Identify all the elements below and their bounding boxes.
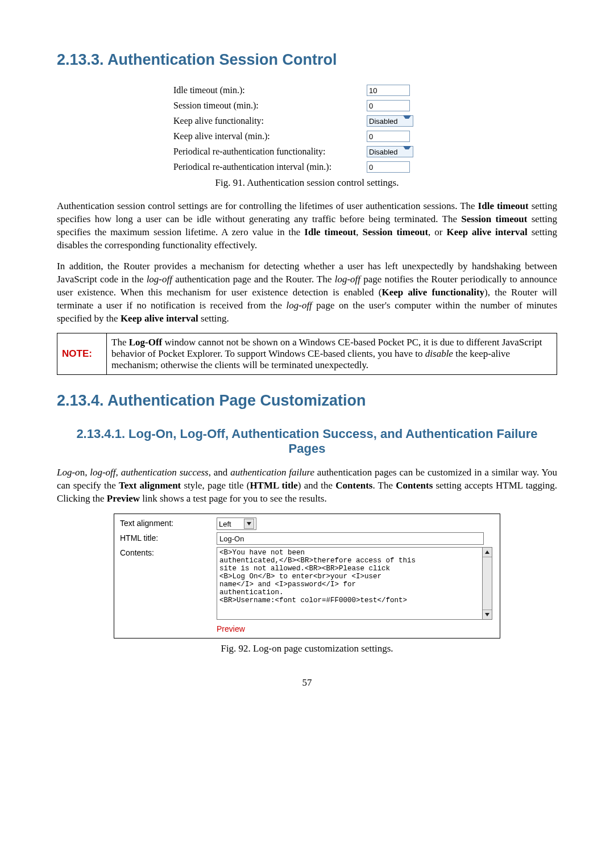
session-timeout-label: Session timeout (min.): xyxy=(173,101,367,111)
fig91-settings-panel: Idle timeout (min.): Session timeout (mi… xyxy=(173,85,441,173)
paragraph-1: Authentication session control settings … xyxy=(57,200,557,252)
reauth-func-value: Disabled xyxy=(369,148,398,156)
idle-timeout-label: Idle timeout (min.): xyxy=(173,85,367,95)
reauth-func-label: Periodical re-authentication functionali… xyxy=(173,147,367,157)
keep-alive-func-label: Keep alive functionality: xyxy=(173,116,367,126)
paragraph-3: Log-on, log-off, authentication success,… xyxy=(57,466,557,506)
idle-timeout-input[interactable] xyxy=(367,85,410,96)
preview-link[interactable]: Preview xyxy=(217,624,245,633)
page-number: 57 xyxy=(57,677,557,688)
reauth-interval-input[interactable] xyxy=(367,161,410,173)
scrollbar[interactable] xyxy=(482,547,492,620)
reauth-func-select[interactable]: Disabled xyxy=(367,146,413,157)
html-title-label: HTML title: xyxy=(120,532,217,542)
keep-alive-func-value: Disabled xyxy=(369,117,398,126)
note-label: NOTE: xyxy=(57,333,107,375)
fig91-caption: Fig. 91. Authentication session control … xyxy=(57,177,557,189)
fig92-caption: Fig. 92. Log-on page customization setti… xyxy=(57,643,557,654)
section-heading-2-13-4-1: 2.13.4.1. Log-On, Log-Off, Authenticatio… xyxy=(57,427,557,456)
text-alignment-label: Text alignment: xyxy=(120,518,217,528)
scroll-down-button[interactable] xyxy=(483,610,492,619)
section-heading-2-13-4: 2.13.4. Authentication Page Customizatio… xyxy=(57,392,557,410)
paragraph-2: In addition, the Router provides a mecha… xyxy=(57,260,557,326)
session-timeout-input[interactable] xyxy=(367,100,410,111)
keep-alive-interval-input[interactable] xyxy=(367,131,410,142)
html-title-input[interactable] xyxy=(217,532,484,545)
chevron-down-icon xyxy=(403,148,411,156)
section-heading-2-13-3: 2.13.3. Authentication Session Control xyxy=(57,51,557,69)
contents-label: Contents: xyxy=(120,547,217,557)
chevron-down-icon xyxy=(244,519,254,529)
keep-alive-func-select[interactable]: Disabled xyxy=(367,115,413,127)
fig92-customization-panel: Text alignment: Left HTML title: Content… xyxy=(114,514,500,639)
arrow-up-icon xyxy=(485,550,489,554)
scroll-up-button[interactable] xyxy=(483,548,492,557)
note-box: NOTE: The Log-Off window cannot not be s… xyxy=(57,333,557,375)
chevron-down-icon xyxy=(403,117,411,125)
reauth-interval-label: Periodical re-authentication interval (m… xyxy=(173,162,367,172)
keep-alive-interval-label: Keep alive interval (min.): xyxy=(173,131,367,141)
note-text: The Log-Off window cannot not be shown o… xyxy=(107,333,557,375)
arrow-down-icon xyxy=(485,613,489,616)
contents-textarea[interactable]: <B>You have not been authenticated,</B><… xyxy=(217,547,482,620)
text-alignment-value: Left xyxy=(219,520,231,528)
text-alignment-select[interactable]: Left xyxy=(217,518,256,530)
